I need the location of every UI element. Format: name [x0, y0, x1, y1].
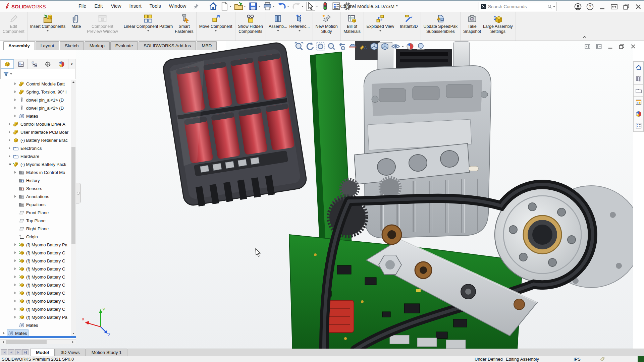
ribbon-collapse-button[interactable] [582, 35, 588, 40]
expand-arrow-icon[interactable] [13, 308, 18, 310]
smart-fasteners-button[interactable]: Smart Fasteners [175, 12, 194, 38]
tab-mbd[interactable]: MBD [197, 41, 217, 50]
hud-cube-button[interactable] [370, 42, 379, 51]
exploded-view-button[interactable]: Exploded View [367, 12, 394, 33]
tree-item[interactable]: (f) Myomo Battery C [0, 257, 71, 265]
tp-palette-button[interactable] [633, 97, 644, 108]
insert-components-button[interactable]: Insert Components [30, 12, 66, 33]
tree-item[interactable]: User Interface PCB Boar [0, 128, 71, 136]
tree-splitter-bar[interactable] [0, 336, 76, 338]
hud-rotate-button[interactable] [305, 42, 314, 51]
panel-collapse-icon[interactable] [77, 192, 80, 195]
panel-tab-propertymanager[interactable] [14, 59, 28, 69]
tree-item[interactable]: dowel pin_ai<1> (D [0, 96, 71, 104]
tree-item[interactable]: Sensors [0, 184, 71, 192]
tree-item[interactable]: (-) Battery Retainer Brac [0, 136, 71, 144]
print-button[interactable] [263, 2, 272, 11]
tree-item[interactable]: Electronics [0, 144, 71, 152]
move-component-caret[interactable] [215, 29, 217, 33]
tree-item[interactable]: (f) Myomo Battery Pa [0, 241, 71, 249]
undo-caret[interactable] [286, 2, 290, 11]
reference-geometry-caret[interactable] [299, 29, 301, 33]
scroll-up-icon[interactable] [71, 80, 76, 84]
linear-pattern-caret[interactable] [147, 29, 149, 33]
tab-layout[interactable]: Layout [36, 41, 59, 50]
tab-sketch[interactable]: Sketch [60, 41, 84, 50]
expand-arrow-icon[interactable] [13, 99, 18, 101]
menu-tools[interactable]: Tools [146, 1, 165, 12]
tp-home-button[interactable] [633, 61, 644, 73]
expand-arrow-icon[interactable] [13, 316, 18, 318]
close-button[interactable] [635, 3, 642, 10]
speedpak-button[interactable]: !Update SpeedPak Subassemblies [424, 12, 458, 38]
horizontal-scroll-thumb[interactable] [6, 340, 47, 344]
menu-edit[interactable]: Edit [90, 1, 107, 12]
save-caret[interactable] [258, 2, 261, 11]
motion-study-button[interactable]: New Motion Study [316, 12, 338, 38]
doc-restore-button[interactable] [619, 43, 625, 50]
open-folder-button[interactable] [234, 2, 243, 11]
tree-item[interactable]: ΣEquations [0, 200, 71, 208]
large-assembly-button[interactable]: Large Assembly Settings [483, 12, 513, 38]
hud-zoom-fit-button[interactable] [294, 42, 304, 51]
filter-caret-icon[interactable] [10, 73, 12, 76]
tp-library-button[interactable] [633, 73, 644, 85]
menu-window[interactable]: Window [165, 1, 191, 12]
document-properties-button[interactable] [332, 2, 341, 11]
expand-arrow-icon[interactable] [13, 115, 18, 117]
hud-appearance-button[interactable] [406, 42, 415, 51]
tab-assembly[interactable]: Assembly [3, 41, 35, 50]
tree-item[interactable]: Hardware [0, 152, 71, 160]
filter-funnel-icon[interactable] [3, 71, 9, 77]
home-button[interactable] [209, 2, 218, 11]
print-caret[interactable] [272, 2, 275, 11]
expand-arrow-icon[interactable] [8, 123, 12, 125]
instant3d-button[interactable]: Instant3D [400, 12, 418, 33]
doc-tab-motion-study-1[interactable]: Motion Study 1 [86, 349, 127, 356]
linear-pattern-button[interactable]: Linear Component Pattern [124, 12, 173, 33]
hud-scene-button[interactable] [416, 42, 425, 51]
hud-eye-button[interactable] [391, 42, 400, 51]
panel-splitter-handle[interactable] [76, 183, 81, 203]
tree-horizontal-scrollbar[interactable] [0, 339, 76, 344]
expand-arrow-icon[interactable] [13, 251, 18, 254]
tree-item[interactable]: Right Plane [0, 225, 71, 233]
tree-item[interactable]: (f) Myomo Battery C [0, 305, 71, 313]
nav-prev-button[interactable] [8, 349, 14, 355]
options-gear-caret[interactable] [352, 2, 355, 11]
move-component-button[interactable]: Move Component [199, 12, 232, 33]
expand-arrow-icon[interactable] [13, 300, 18, 302]
battery-pack[interactable] [162, 42, 308, 208]
tree-item[interactable]: (f) Myomo Battery C [0, 265, 71, 273]
tree-item[interactable]: History [0, 176, 71, 184]
expand-arrow-icon[interactable] [8, 147, 12, 149]
panel-tab-featuremanager[interactable] [1, 59, 14, 69]
tree-item[interactable]: Front Plane [0, 208, 71, 217]
expand-arrow-icon[interactable] [13, 90, 18, 93]
expand-arrow-icon[interactable] [13, 195, 18, 198]
panel-tabs-more[interactable]: > [68, 59, 75, 69]
show-hidden-button[interactable]: Show Hidden Components [238, 12, 263, 38]
expand-arrow-icon[interactable] [8, 162, 12, 167]
hud-prev-view-button[interactable] [337, 42, 346, 51]
tp-appearance-button[interactable] [633, 108, 644, 120]
tree-item[interactable]: Mates [0, 321, 71, 329]
tree-item[interactable]: Top Plane [0, 217, 71, 225]
expand-arrow-icon[interactable] [8, 139, 12, 141]
pin-icon[interactable] [192, 3, 200, 10]
hud-section-button[interactable] [348, 42, 357, 51]
tree-item[interactable]: (f) Myomo Battery Pa [0, 313, 71, 321]
save-button[interactable] [249, 2, 258, 11]
nav-first-button[interactable] [1, 349, 7, 355]
panel-tab-dimxpert[interactable] [41, 59, 55, 69]
select-arrow-caret[interactable] [315, 2, 319, 11]
tp-explorer-button[interactable] [633, 85, 644, 97]
tree-item[interactable]: Spring, Torsion, 90° I [0, 88, 71, 96]
doc-tab-3d-views[interactable]: 3D Views [55, 349, 86, 356]
hud-eye-caret[interactable] [402, 46, 404, 48]
panel-tab-displaymanager[interactable] [55, 59, 68, 69]
magnifier-icon[interactable] [547, 4, 552, 9]
graphics-viewport[interactable]: Y X Z [0, 41, 644, 349]
tree-item[interactable]: Control Module Drive A [0, 120, 71, 128]
tab-markup[interactable]: Markup [85, 41, 110, 50]
